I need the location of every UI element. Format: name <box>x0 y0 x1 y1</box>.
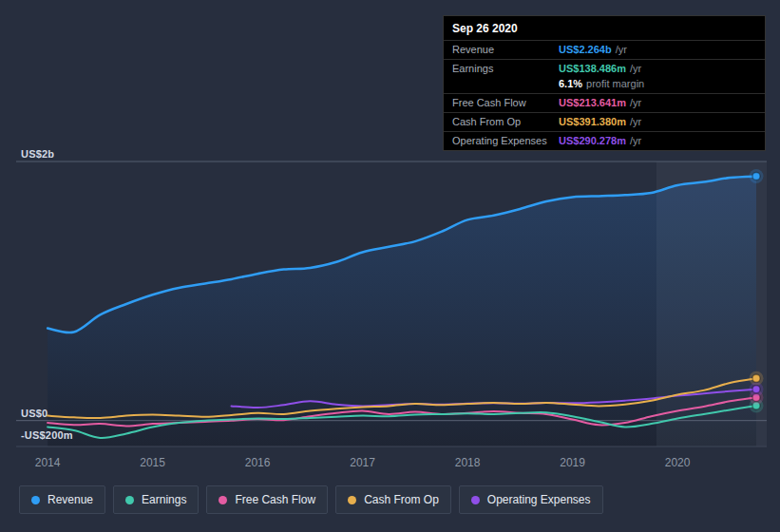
revenue-area <box>48 177 756 447</box>
x-axis-label: 2014 <box>35 456 61 469</box>
legend-dot-operating-expenses <box>471 496 480 504</box>
x-axis-label: 2016 <box>245 456 271 469</box>
tooltip-row-label: Revenue <box>452 44 559 56</box>
legend-item-operating-expenses[interactable]: Operating Expenses <box>459 485 603 514</box>
tooltip-row-value: US$290.278m <box>559 135 626 147</box>
tooltip-row-value: 6.1% <box>559 78 582 90</box>
legend-item-cash-from-op[interactable]: Cash From Op <box>335 485 451 514</box>
legend-dot-revenue <box>31 496 40 504</box>
x-axis-label: 2019 <box>560 456 585 469</box>
legend-dot-cash-from-op <box>348 496 356 504</box>
y-axis-label: US$2b <box>21 148 54 160</box>
tooltip-row-label: Cash From Op <box>452 116 559 128</box>
tooltip-row-label: Earnings <box>452 63 559 75</box>
tooltip-row-suffix: /yr <box>630 116 641 128</box>
legend-item-earnings[interactable]: Earnings <box>113 485 199 514</box>
legend-dot-free-cash-flow <box>219 496 227 504</box>
tooltip-row-suffix: profit margin <box>586 78 644 90</box>
tooltip-row-label: Free Cash Flow <box>452 97 559 109</box>
chart-legend: RevenueEarningsFree Cash FlowCash From O… <box>19 485 603 514</box>
legend-label: Cash From Op <box>364 493 439 506</box>
tooltip-row-free-cash-flow: Free Cash FlowUS$213.641m/yr <box>444 93 765 112</box>
tooltip-row-suffix: /yr <box>630 63 641 75</box>
legend-label: Earnings <box>142 493 186 506</box>
legend-label: Revenue <box>48 493 93 506</box>
endpoint-marker-operating-expenses[interactable] <box>752 386 760 393</box>
tooltip-row-value: US$138.486m <box>559 63 626 75</box>
tooltip-row-cash-from-op: Cash From OpUS$391.380m/yr <box>444 112 765 131</box>
x-axis-label: 2017 <box>350 456 375 469</box>
tooltip-row-suffix: /yr <box>630 135 641 147</box>
tooltip-row-operating-expenses: Operating ExpensesUS$290.278m/yr <box>444 131 765 150</box>
tooltip-row-earnings: EarningsUS$138.486m/yr <box>444 59 765 78</box>
page-background: US$2bUS$0-US$200m 2014201520162017201820… <box>0 0 780 532</box>
tooltip-row-label: Operating Expenses <box>452 135 559 147</box>
tooltip-row-profit-margin: 6.1%profit margin <box>444 78 765 93</box>
x-axis-label: 2018 <box>455 456 481 469</box>
y-axis-label: US$0 <box>21 408 48 419</box>
legend-label: Free Cash Flow <box>235 493 315 506</box>
x-axis-label: 2015 <box>140 456 165 469</box>
tooltip-date: Sep 26 2020 <box>444 16 765 40</box>
tooltip-row-value: US$391.380m <box>559 116 626 128</box>
tooltip-row-value: US$213.641m <box>559 97 626 109</box>
y-axis-label: -US$200m <box>21 429 73 441</box>
tooltip-row-value: US$2.264b <box>559 44 612 56</box>
legend-item-revenue[interactable]: Revenue <box>19 485 105 514</box>
tooltip-row-suffix: /yr <box>616 44 627 56</box>
legend-item-free-cash-flow[interactable]: Free Cash Flow <box>206 485 328 514</box>
legend-label: Operating Expenses <box>487 493 591 506</box>
endpoint-marker-cash-from-op[interactable] <box>752 374 760 382</box>
tooltip-row-revenue: RevenueUS$2.264b/yr <box>444 40 765 59</box>
tooltip-panel: Sep 26 2020 RevenueUS$2.264b/yrEarningsU… <box>443 15 766 151</box>
tooltip-row-suffix: /yr <box>630 97 641 109</box>
endpoint-marker-revenue[interactable] <box>752 173 760 180</box>
legend-dot-earnings <box>125 496 134 504</box>
x-axis-label: 2020 <box>665 456 691 469</box>
